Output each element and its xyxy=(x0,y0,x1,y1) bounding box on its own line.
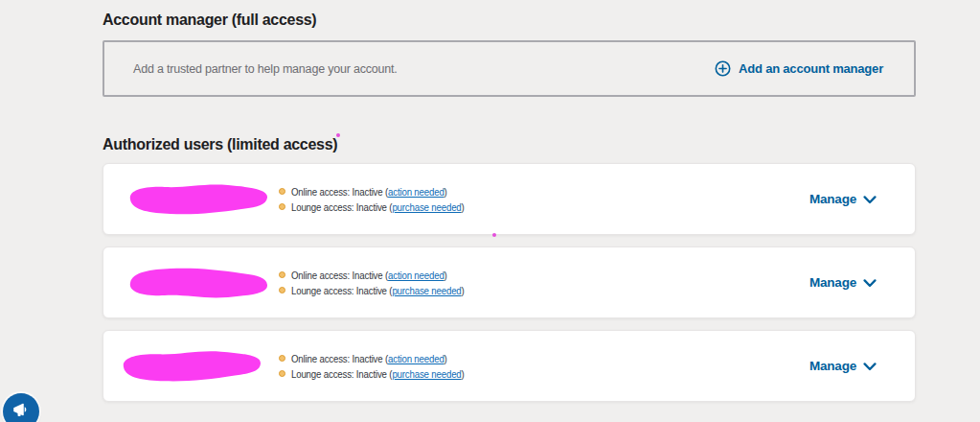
online-access-status: Online access: Inactive (action needed) xyxy=(279,353,488,364)
authorized-users-heading: Authorized users (limited access) xyxy=(103,136,337,153)
user-status-list: Online access: Inactive (action needed) … xyxy=(279,186,488,213)
account-manager-description: Add a trusted partner to help manage you… xyxy=(133,62,398,76)
user-status-list: Online access: Inactive (action needed) … xyxy=(279,270,488,296)
status-dot-icon xyxy=(279,188,285,195)
manage-button-label: Manage xyxy=(809,192,856,206)
redacted-user-name xyxy=(115,263,276,303)
online-access-status: Online access: Inactive (action needed) xyxy=(279,270,488,281)
authorized-user-row: Online access: Inactive (action needed) … xyxy=(103,246,916,318)
manage-button[interactable]: Manage xyxy=(809,275,877,290)
plus-circle-icon xyxy=(715,60,731,77)
status-suffix: ) xyxy=(444,353,447,364)
manage-button[interactable]: Manage xyxy=(809,359,877,373)
status-suffix: ) xyxy=(444,270,447,281)
status-dot-icon xyxy=(279,287,285,293)
redaction-artifact-dot xyxy=(492,233,496,237)
chevron-down-icon xyxy=(863,194,877,204)
lounge-access-status: Lounge access: Inactive (purchase needed… xyxy=(279,285,488,296)
action-needed-link[interactable]: action needed xyxy=(388,186,444,198)
manage-button-label: Manage xyxy=(809,275,856,290)
redaction-artifact-dot xyxy=(336,133,340,137)
status-suffix: ) xyxy=(462,368,465,380)
redacted-user-name xyxy=(108,345,269,387)
action-needed-link[interactable]: action needed xyxy=(388,353,444,364)
manage-button-label: Manage xyxy=(809,359,856,373)
authorized-user-row: Online access: Inactive (action needed) … xyxy=(103,163,916,235)
authorized-user-row: Online access: Inactive (action needed) … xyxy=(103,330,916,402)
feedback-widget-button[interactable] xyxy=(3,393,39,422)
status-dot-icon xyxy=(279,271,285,278)
status-prefix: Online access: Inactive ( xyxy=(291,353,388,364)
status-prefix: Online access: Inactive ( xyxy=(291,186,388,198)
status-suffix: ) xyxy=(462,285,465,296)
authorized-users-list: Online access: Inactive (action needed) … xyxy=(103,163,916,413)
add-account-manager-label: Add an account manager xyxy=(739,61,883,76)
status-suffix: ) xyxy=(444,186,447,198)
account-manager-panel: Add a trusted partner to help manage you… xyxy=(103,40,916,97)
chevron-down-icon xyxy=(863,277,877,288)
purchase-needed-link[interactable]: purchase needed xyxy=(392,285,461,296)
add-account-manager-button[interactable]: Add an account manager xyxy=(715,60,883,77)
manage-button[interactable]: Manage xyxy=(809,192,877,206)
status-dot-icon xyxy=(279,355,285,362)
purchase-needed-link[interactable]: purchase needed xyxy=(392,368,461,380)
status-dot-icon xyxy=(279,203,285,210)
status-prefix: Online access: Inactive ( xyxy=(291,270,388,281)
chevron-down-icon xyxy=(863,361,877,371)
status-prefix: Lounge access: Inactive ( xyxy=(291,201,392,213)
lounge-access-status: Lounge access: Inactive (purchase needed… xyxy=(279,201,488,213)
account-access-page: Account manager (full access) Add a trus… xyxy=(0,0,980,422)
status-prefix: Lounge access: Inactive ( xyxy=(291,368,392,380)
purchase-needed-link[interactable]: purchase needed xyxy=(392,201,461,213)
account-manager-heading: Account manager (full access) xyxy=(103,12,316,29)
status-dot-icon xyxy=(279,370,285,377)
online-access-status: Online access: Inactive (action needed) xyxy=(279,186,488,198)
status-suffix: ) xyxy=(462,201,465,213)
redacted-user-name xyxy=(115,179,276,220)
megaphone-icon xyxy=(11,400,32,422)
status-prefix: Lounge access: Inactive ( xyxy=(291,285,392,296)
user-status-list: Online access: Inactive (action needed) … xyxy=(279,353,488,380)
action-needed-link[interactable]: action needed xyxy=(388,270,444,281)
lounge-access-status: Lounge access: Inactive (purchase needed… xyxy=(279,368,488,380)
